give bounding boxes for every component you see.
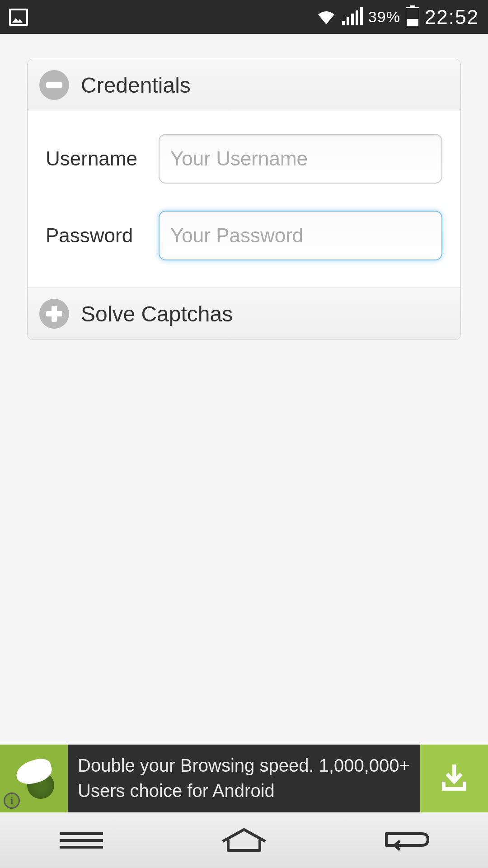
- collapse-icon: [39, 70, 69, 100]
- cell-signal-icon: [342, 7, 363, 27]
- clock: 22:52: [425, 6, 479, 28]
- password-input[interactable]: [159, 211, 442, 260]
- battery-percentage: 39%: [368, 8, 400, 26]
- captchas-header[interactable]: Solve Captchas: [28, 288, 460, 340]
- password-label: Password: [46, 224, 159, 247]
- gallery-notification-icon: [9, 9, 28, 26]
- ad-text: Double your Browsing speed. 1,000,000+ U…: [68, 745, 420, 812]
- credentials-title: Credentials: [81, 73, 191, 98]
- captchas-title: Solve Captchas: [81, 302, 233, 326]
- wifi-icon: [316, 8, 337, 26]
- password-row: Password: [46, 211, 442, 260]
- expand-icon: [39, 299, 69, 329]
- svg-rect-3: [356, 10, 358, 25]
- main-content: Credentials Username Password Solve Capt…: [0, 34, 488, 340]
- username-label: Username: [46, 147, 159, 170]
- credentials-header[interactable]: Credentials: [28, 59, 460, 111]
- download-icon: [438, 763, 470, 794]
- menu-button[interactable]: [54, 825, 108, 856]
- ad-app-icon: i: [0, 745, 68, 812]
- ad-banner[interactable]: i Double your Browsing speed. 1,000,000+…: [0, 745, 488, 812]
- status-bar: 39% 22:52: [0, 0, 488, 34]
- svg-rect-2: [351, 14, 354, 25]
- ad-download-button[interactable]: [420, 745, 488, 812]
- settings-accordion: Credentials Username Password Solve Capt…: [27, 59, 461, 340]
- home-button[interactable]: [217, 825, 271, 856]
- battery-icon: [406, 5, 419, 29]
- svg-rect-0: [342, 21, 345, 25]
- svg-rect-7: [407, 19, 418, 26]
- back-icon: [382, 829, 432, 852]
- back-button[interactable]: [380, 825, 434, 856]
- username-input[interactable]: [159, 134, 442, 184]
- ad-info-icon[interactable]: i: [4, 793, 20, 809]
- credentials-body: Username Password: [28, 111, 460, 288]
- svg-rect-1: [347, 17, 349, 25]
- username-row: Username: [46, 134, 442, 184]
- svg-rect-4: [360, 7, 363, 25]
- home-icon: [219, 828, 269, 853]
- menu-icon: [60, 831, 103, 850]
- system-nav-bar: [0, 812, 488, 868]
